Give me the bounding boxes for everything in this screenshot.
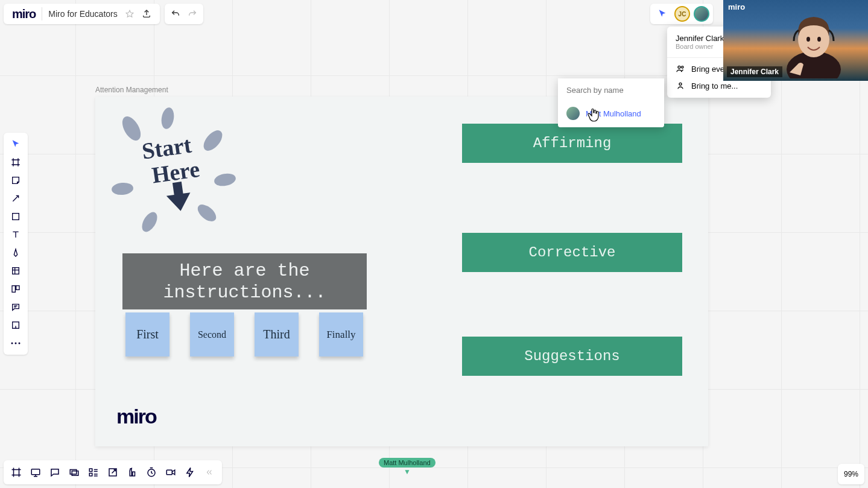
search-dropdown: Matt Mulholland	[558, 78, 664, 127]
sticky-second[interactable]: Second	[190, 312, 234, 356]
start-here-graphic[interactable]: Start Here	[107, 107, 240, 234]
svg-rect-28	[89, 469, 92, 472]
svg-point-23	[806, 37, 810, 42]
video-person	[781, 12, 847, 78]
svg-rect-33	[166, 470, 172, 475]
activity-icon[interactable]	[84, 463, 103, 481]
video-chat-icon[interactable]	[162, 463, 180, 481]
top-left-toolbar: miro Miro for Educators	[4, 4, 203, 24]
export-icon[interactable]	[138, 5, 155, 22]
frame-tool-icon[interactable]	[7, 154, 25, 170]
sticky-row: First Second Third Finally	[125, 312, 363, 356]
arrow-tool-icon[interactable]	[7, 191, 25, 206]
svg-point-8	[19, 343, 21, 344]
svg-point-7	[15, 343, 17, 344]
svg-point-6	[11, 343, 13, 344]
cards-icon[interactable]	[65, 463, 83, 481]
zoom-indicator[interactable]: 99%	[838, 464, 864, 484]
block-suggestions[interactable]: Suggestions	[462, 337, 682, 376]
video-overlay[interactable]: miro Jennifer Clark	[723, 0, 868, 81]
divider	[42, 7, 42, 21]
avatar-matt[interactable]	[694, 6, 709, 22]
sticky-third[interactable]: Third	[255, 312, 299, 356]
table-tool-icon[interactable]	[7, 263, 25, 279]
miro-logo-canvas[interactable]: miro	[116, 405, 156, 428]
kanban-tool-icon[interactable]	[7, 281, 25, 297]
svg-rect-1	[13, 214, 19, 220]
board-title[interactable]: Miro for Educators	[45, 9, 121, 19]
svg-rect-3	[12, 286, 15, 293]
svg-rect-31	[133, 472, 135, 476]
block-corrective[interactable]: Corrective	[462, 233, 682, 272]
svg-point-14	[139, 209, 160, 234]
svg-point-12	[214, 172, 237, 188]
search-result-item[interactable]: Matt Mulholland	[558, 102, 664, 127]
pen-tool-icon[interactable]	[7, 245, 25, 261]
svg-rect-29	[89, 474, 92, 477]
timer-icon[interactable]	[142, 463, 160, 481]
comments-panel-icon[interactable]	[46, 463, 64, 481]
svg-rect-2	[13, 268, 19, 274]
block-affirming[interactable]: Affirming	[462, 124, 682, 163]
avatar-icon	[566, 107, 580, 120]
bottom-toolbar	[4, 460, 222, 484]
sticky-finally[interactable]: Finally	[319, 312, 363, 356]
select-tool-icon[interactable]	[7, 136, 25, 152]
svg-point-10	[160, 107, 176, 130]
sticky-tool-icon[interactable]	[7, 173, 25, 188]
video-name: Jennifer Clark	[727, 66, 782, 77]
text-tool-icon[interactable]	[7, 227, 25, 242]
svg-rect-4	[16, 286, 19, 290]
undo-redo-card	[165, 4, 203, 24]
frame-label[interactable]: Attention Management	[95, 86, 168, 94]
collaborator-name-tag: Matt Mulholland	[379, 458, 436, 467]
voting-icon[interactable]	[123, 463, 141, 481]
svg-point-18	[678, 66, 680, 68]
bolt-icon[interactable]	[181, 463, 199, 481]
collapse-icon[interactable]	[200, 463, 218, 481]
svg-rect-26	[70, 470, 77, 475]
svg-marker-0	[126, 10, 133, 17]
video-logo: miro	[728, 2, 745, 11]
menu-item-label: Bring to me...	[691, 81, 738, 90]
svg-point-15	[111, 182, 134, 195]
instructions-box[interactable]: Here are the instructions...	[122, 253, 367, 309]
comment-tool-icon[interactable]	[7, 299, 25, 315]
search-input[interactable]	[558, 78, 664, 102]
collaborators-bar: JC	[650, 4, 713, 24]
iframe-tool-icon[interactable]	[7, 317, 25, 333]
avatar-jc[interactable]: JC	[674, 6, 690, 22]
redo-icon[interactable]	[184, 5, 201, 22]
svg-point-13	[195, 201, 219, 224]
share-external-icon[interactable]	[104, 463, 122, 481]
svg-point-11	[200, 127, 226, 154]
cursor-indicator-icon[interactable]	[654, 5, 671, 22]
shape-tool-icon[interactable]	[7, 209, 25, 224]
sticky-first[interactable]: First	[125, 312, 169, 356]
svg-point-19	[682, 66, 683, 68]
board-header-card: miro Miro for Educators	[4, 4, 160, 24]
collaborator-cursor: Matt Mulholland ▼	[379, 458, 436, 476]
zoom-value: 99%	[844, 470, 858, 478]
presentation-icon[interactable]	[27, 463, 45, 481]
search-result-name: Matt Mulholland	[586, 109, 641, 118]
cursor-arrow-icon: ▼	[404, 467, 411, 476]
svg-point-20	[679, 83, 682, 85]
miro-logo[interactable]: miro	[8, 7, 39, 21]
undo-icon[interactable]	[167, 5, 184, 22]
canvas-frame[interactable]: Start Here Here are the instructions... …	[95, 97, 708, 446]
star-icon[interactable]	[121, 5, 138, 22]
svg-rect-25	[31, 469, 40, 475]
frames-panel-icon[interactable]	[7, 463, 25, 481]
svg-rect-27	[72, 471, 78, 476]
more-tools-icon[interactable]	[7, 335, 25, 351]
left-toolbar	[4, 133, 28, 355]
svg-point-24	[817, 37, 821, 42]
